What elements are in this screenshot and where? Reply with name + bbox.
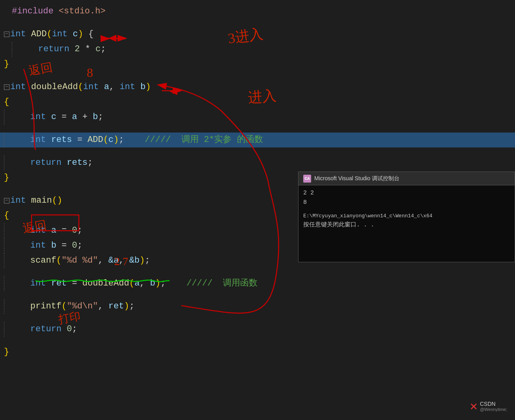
code-line-brace-add: } bbox=[0, 57, 515, 72]
code-line-doubleadd-def: − int doubleAdd ( int a , int b ) bbox=[0, 80, 515, 95]
console-icon: CA bbox=[303, 175, 311, 183]
code-line-return0: return 0 ; bbox=[0, 322, 515, 337]
console-close-prompt: 按任意键关闭此窗口. . . bbox=[303, 220, 510, 230]
code-line-blank-9 bbox=[0, 337, 515, 345]
console-blank bbox=[303, 207, 510, 212]
console-title: Microsoft Visual Studio 调试控制台 bbox=[314, 175, 399, 182]
code-line-c-ab: int c = a + b ; bbox=[0, 110, 515, 125]
watermark: ✕ CSDN @Wennytime; bbox=[470, 398, 507, 414]
code-line-rets: int rets = ADD ( c ) ; ///// 调用 2*实参 的函数 bbox=[0, 133, 515, 147]
console-path: E:\MYcyuyan_xianyong\wenn14_c\Wenn14_c\x… bbox=[303, 212, 510, 220]
code-line-blank-4 bbox=[0, 147, 515, 155]
code-line-1: #include <stdio.h> bbox=[0, 4, 515, 19]
collapse-add[interactable]: − bbox=[4, 32, 9, 37]
code-line-ret: int ret = doubleAdd ( a , b ) ; ///// 调用… bbox=[0, 276, 515, 291]
code-line-brace-open-da: { bbox=[0, 95, 515, 110]
collapse-doubleadd[interactable]: − bbox=[4, 84, 9, 90]
code-line-return-add: return 2 * c ; bbox=[0, 42, 515, 57]
code-line-blank-2 bbox=[0, 72, 515, 80]
console-output-line2: 8 bbox=[303, 198, 510, 207]
code-line-blank-3 bbox=[0, 125, 515, 133]
code-line-blank-7 bbox=[0, 291, 515, 299]
code-line-brace-close-main: } bbox=[0, 345, 515, 360]
watermark-csdn: CSDN bbox=[480, 401, 496, 407]
console-window: CA Microsoft Visual Studio 调试控制台 2 2 8 E… bbox=[298, 172, 515, 262]
code-line-printf: printf ( "%d\n" , ret ) ; bbox=[0, 299, 515, 314]
code-line-return-rets: return rets ; bbox=[0, 155, 515, 170]
watermark-text: CSDN @Wennytime; bbox=[480, 401, 507, 412]
code-line-blank-1 bbox=[0, 19, 515, 27]
code-line-blank-6 bbox=[0, 268, 515, 276]
console-body: 2 2 8 E:\MYcyuyan_xianyong\wenn14_c\Wenn… bbox=[299, 185, 515, 233]
console-output-line1: 2 2 bbox=[303, 189, 510, 198]
code-line-add: − int ADD ( int c ) { bbox=[0, 27, 515, 42]
collapse-main[interactable]: − bbox=[4, 198, 9, 203]
watermark-username: @Wennytime; bbox=[480, 407, 507, 412]
watermark-x-icon: ✕ bbox=[470, 398, 478, 414]
console-titlebar: CA Microsoft Visual Studio 调试控制台 bbox=[299, 172, 515, 185]
code-line-blank-8 bbox=[0, 314, 515, 322]
